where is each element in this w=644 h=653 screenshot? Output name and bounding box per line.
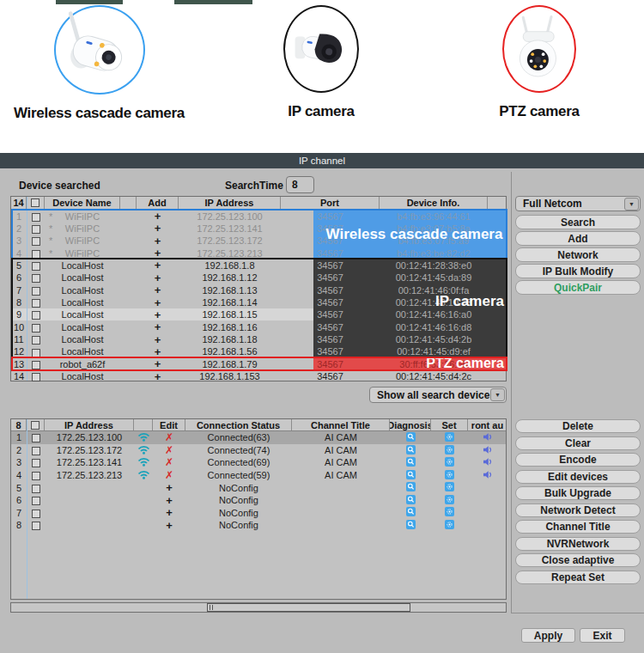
row-checkbox-cell[interactable] — [27, 482, 45, 492]
diagnosis-icon[interactable] — [406, 507, 416, 518]
speaker-icon[interactable] — [483, 470, 493, 481]
row-checkbox[interactable] — [32, 336, 40, 345]
device-row[interactable]: 6 LocalHost + 192.168.1.12 34567 00:12:4… — [11, 272, 506, 284]
row-checkbox-cell[interactable] — [27, 495, 45, 505]
row-checkbox[interactable] — [32, 361, 40, 369]
add-device-button[interactable]: + — [137, 247, 179, 259]
diagnosis-icon[interactable] — [406, 445, 416, 456]
add-device-button[interactable]: + — [137, 235, 179, 247]
row-checkbox-cell[interactable] — [27, 346, 45, 357]
edit-button[interactable]: ✗ — [153, 444, 185, 456]
speaker-icon[interactable] — [483, 445, 493, 456]
row-checkbox-cell[interactable] — [27, 445, 45, 455]
scrollbar-thumb[interactable] — [207, 603, 410, 612]
add-device-button[interactable]: + — [137, 210, 179, 223]
row-checkbox[interactable] — [32, 274, 40, 283]
gear-icon[interactable] — [445, 520, 454, 531]
button-bulk-upgrade[interactable]: Bulk Upgrade — [515, 486, 641, 500]
channel-row[interactable]: 1 172.25.123.100 ✗ Connected(63) AI CAM — [11, 431, 506, 444]
gear-icon[interactable] — [445, 445, 454, 456]
button-network-detect[interactable]: Network Detect — [515, 503, 641, 517]
button-repeat-set[interactable]: Repeat Set — [515, 571, 641, 584]
row-checkbox[interactable] — [32, 434, 40, 442]
device-row[interactable]: 14 LocalHost + 192.168.1.153 34567 00:12… — [11, 370, 506, 382]
row-checkbox-cell[interactable] — [27, 507, 45, 517]
row-checkbox[interactable] — [32, 299, 40, 308]
row-checkbox-cell[interactable] — [27, 248, 45, 259]
header-checkbox[interactable] — [27, 419, 45, 430]
row-checkbox[interactable] — [32, 262, 40, 271]
channel-row[interactable]: 2 172.25.123.172 ✗ Connected(74) AI CAM — [11, 444, 506, 457]
edit-button[interactable]: + — [153, 481, 185, 494]
row-checkbox[interactable] — [32, 459, 40, 467]
channel-row[interactable]: 3 172.25.123.141 ✗ Connected(69) AI CAM — [11, 456, 506, 469]
row-checkbox-cell[interactable] — [27, 520, 45, 530]
chevron-down-icon[interactable]: ▼ — [624, 198, 639, 211]
row-checkbox-cell[interactable] — [27, 309, 45, 320]
add-device-button[interactable]: + — [137, 370, 179, 383]
row-checkbox[interactable] — [32, 237, 40, 246]
row-checkbox[interactable] — [32, 287, 40, 296]
row-checkbox[interactable] — [32, 225, 40, 234]
gear-icon[interactable] — [445, 495, 454, 506]
button-quickpair[interactable]: QuickPair — [515, 280, 641, 295]
edit-button[interactable]: + — [153, 494, 185, 507]
device-row[interactable]: 13 robot_a62f + 192.168.1.79 34567 30:ff… — [11, 357, 506, 369]
exit-button[interactable]: Exit — [580, 628, 625, 643]
add-device-button[interactable]: + — [137, 308, 179, 321]
horizontal-scrollbar[interactable] — [10, 602, 507, 613]
row-checkbox[interactable] — [32, 373, 40, 381]
add-device-button[interactable]: + — [137, 222, 179, 235]
row-checkbox-cell[interactable] — [27, 211, 45, 221]
header-checkbox[interactable] — [27, 197, 45, 209]
add-device-button[interactable]: + — [137, 320, 179, 333]
gear-icon[interactable] — [445, 482, 454, 493]
row-checkbox[interactable] — [32, 349, 40, 357]
button-close-adaptive[interactable]: Close adaptive — [515, 553, 641, 567]
edit-button[interactable]: + — [153, 506, 185, 519]
row-checkbox-cell[interactable] — [27, 470, 45, 480]
row-checkbox[interactable] — [32, 485, 40, 493]
button-network[interactable]: Network — [515, 247, 641, 262]
gear-icon[interactable] — [445, 470, 454, 481]
row-checkbox-cell[interactable] — [27, 297, 45, 308]
gear-icon[interactable] — [445, 507, 454, 518]
row-checkbox[interactable] — [32, 447, 40, 455]
add-device-button[interactable]: + — [137, 272, 179, 284]
row-checkbox[interactable] — [32, 472, 40, 480]
row-checkbox-cell[interactable] — [27, 285, 45, 296]
show-all-search-devices-dropdown[interactable]: Show all search devices ▼ — [369, 387, 507, 403]
search-time-input[interactable] — [286, 176, 314, 193]
add-device-button[interactable]: + — [137, 333, 179, 346]
button-encode[interactable]: Encode — [515, 453, 641, 467]
row-checkbox[interactable] — [32, 510, 40, 518]
row-checkbox-cell[interactable] — [27, 371, 45, 381]
select-all-checkbox[interactable] — [31, 421, 39, 430]
device-row[interactable]: 1 *WiFiIPC + 172.25.123.100 34567 b4:fb:… — [11, 210, 506, 222]
channel-row[interactable]: 7 + NoConfig — [11, 506, 506, 519]
channel-row[interactable]: 5 + NoConfig — [11, 481, 506, 494]
channel-row[interactable]: 6 + NoConfig — [11, 494, 506, 507]
row-checkbox[interactable] — [32, 324, 40, 333]
row-checkbox[interactable] — [32, 250, 40, 259]
row-checkbox[interactable] — [32, 213, 40, 222]
chevron-down-icon[interactable]: ▼ — [490, 388, 505, 401]
diagnosis-icon[interactable] — [406, 470, 416, 481]
device-row[interactable]: 9 LocalHost + 192.168.1.15 34567 00:12:4… — [11, 308, 506, 320]
row-checkbox-cell[interactable] — [27, 334, 45, 345]
diagnosis-icon[interactable] — [406, 520, 416, 531]
channel-row[interactable]: 8 + NoConfig — [11, 519, 506, 532]
diagnosis-icon[interactable] — [406, 432, 416, 443]
button-edit-devices[interactable]: Edit devices — [515, 470, 641, 484]
button-nvrnetwork[interactable]: NVRNetwork — [515, 537, 641, 551]
edit-button[interactable]: + — [153, 519, 185, 532]
row-checkbox-cell[interactable] — [27, 223, 45, 234]
row-checkbox-cell[interactable] — [27, 322, 45, 333]
row-checkbox[interactable] — [32, 311, 40, 320]
button-channel-title[interactable]: Channel Title — [515, 520, 641, 534]
gear-icon[interactable] — [445, 432, 454, 443]
row-checkbox[interactable] — [32, 497, 40, 505]
row-checkbox-cell[interactable] — [27, 457, 45, 467]
edit-button[interactable]: ✗ — [153, 456, 185, 468]
speaker-icon[interactable] — [483, 432, 493, 443]
